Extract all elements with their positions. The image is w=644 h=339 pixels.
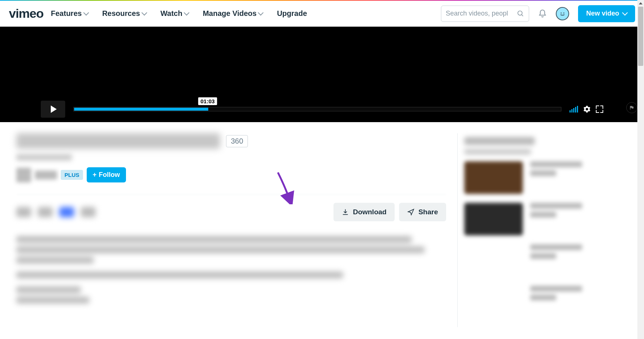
nav-upgrade-label: Upgrade bbox=[277, 9, 307, 18]
avatar-face-icon bbox=[558, 10, 567, 18]
related-thumb bbox=[464, 161, 523, 194]
time-tooltip: 01:03 bbox=[198, 97, 217, 105]
svg-point-0 bbox=[518, 11, 522, 15]
video-subtitle-blurred bbox=[16, 154, 72, 161]
sidebar-subheading-blurred bbox=[464, 149, 531, 155]
video-player[interactable]: 01:03 bbox=[0, 27, 644, 122]
plus-badge: PLUS bbox=[61, 170, 83, 180]
nav-watch[interactable]: Watch bbox=[160, 9, 189, 18]
content-body: 360 PLUS +Follow Download Share bbox=[0, 122, 644, 339]
search-input[interactable] bbox=[446, 10, 517, 17]
new-video-label: New video bbox=[586, 10, 619, 17]
play-icon bbox=[51, 105, 57, 113]
related-video-item[interactable] bbox=[464, 286, 628, 318]
share-icon bbox=[407, 208, 415, 216]
player-right-controls bbox=[570, 105, 603, 113]
player-controls: 01:03 bbox=[0, 101, 644, 118]
action-buttons: Download Share bbox=[333, 203, 446, 221]
settings-icon[interactable] bbox=[583, 105, 591, 113]
fullscreen-icon[interactable] bbox=[596, 105, 603, 113]
search-icon bbox=[517, 10, 524, 17]
main-column: 360 PLUS +Follow Download Share bbox=[16, 133, 457, 327]
scroll-up-arrow-icon[interactable] bbox=[637, 0, 644, 7]
divider bbox=[16, 194, 446, 195]
follow-button[interactable]: +Follow bbox=[87, 167, 126, 182]
nav-resources-label: Resources bbox=[102, 9, 140, 18]
share-label: Share bbox=[418, 208, 438, 216]
related-video-item[interactable] bbox=[464, 244, 628, 277]
title-row: 360 bbox=[16, 133, 446, 149]
play-button[interactable] bbox=[41, 101, 65, 118]
svg-point-3 bbox=[561, 12, 562, 13]
actions-row: Download Share bbox=[16, 203, 446, 221]
svg-point-4 bbox=[563, 12, 564, 13]
scroll-thumb[interactable] bbox=[638, 7, 643, 66]
user-avatar[interactable] bbox=[556, 7, 569, 20]
sidebar bbox=[457, 133, 628, 327]
author-row: PLUS +Follow bbox=[16, 167, 446, 182]
share-button[interactable]: Share bbox=[399, 203, 446, 221]
svg-point-2 bbox=[559, 10, 566, 17]
page-scrollbar[interactable] bbox=[637, 0, 644, 339]
follow-label: Follow bbox=[99, 171, 120, 179]
top-navigation: vimeo Features Resources Watch Manage Vi… bbox=[0, 1, 644, 27]
notifications-icon[interactable] bbox=[538, 9, 547, 18]
report-flag-button[interactable] bbox=[626, 102, 637, 113]
download-label: Download bbox=[353, 208, 386, 216]
related-thumb bbox=[464, 244, 523, 277]
new-video-button[interactable]: New video bbox=[578, 5, 635, 22]
chevron-down-icon bbox=[184, 10, 190, 16]
related-thumb bbox=[464, 203, 523, 235]
related-thumb bbox=[464, 286, 523, 318]
nav-resources[interactable]: Resources bbox=[102, 9, 146, 18]
vimeo-logo[interactable]: vimeo bbox=[9, 6, 43, 21]
nav-manage-label: Manage Videos bbox=[203, 9, 256, 18]
svg-line-1 bbox=[521, 14, 523, 16]
search-box[interactable] bbox=[441, 6, 529, 22]
description-blurred bbox=[16, 236, 446, 303]
download-icon bbox=[342, 208, 349, 216]
video-title-blurred bbox=[16, 133, 220, 149]
chevron-down-icon bbox=[622, 10, 628, 16]
progress-bar-wrap: 01:03 bbox=[73, 107, 561, 111]
nav-features[interactable]: Features bbox=[51, 9, 88, 18]
chevron-down-icon bbox=[258, 10, 264, 16]
nav-features-label: Features bbox=[51, 9, 82, 18]
nav-watch-label: Watch bbox=[160, 9, 182, 18]
related-video-item[interactable] bbox=[464, 203, 628, 235]
chevron-down-icon bbox=[83, 10, 89, 16]
sidebar-heading-blurred bbox=[464, 137, 535, 145]
nav-manage-videos[interactable]: Manage Videos bbox=[203, 9, 263, 18]
plus-icon: + bbox=[93, 171, 97, 179]
download-button[interactable]: Download bbox=[333, 203, 395, 221]
main-nav: Features Resources Watch Manage Videos U… bbox=[51, 9, 307, 18]
author-name-blurred bbox=[35, 171, 57, 179]
related-video-item[interactable] bbox=[464, 161, 628, 194]
author-avatar-blurred bbox=[16, 168, 31, 182]
badge-360: 360 bbox=[226, 135, 248, 147]
progress-track[interactable] bbox=[73, 107, 561, 111]
nav-upgrade[interactable]: Upgrade bbox=[277, 9, 307, 18]
chevron-down-icon bbox=[142, 10, 147, 16]
progress-fill bbox=[74, 108, 208, 111]
engagement-actions-blurred bbox=[16, 207, 96, 217]
volume-control[interactable] bbox=[570, 106, 578, 113]
